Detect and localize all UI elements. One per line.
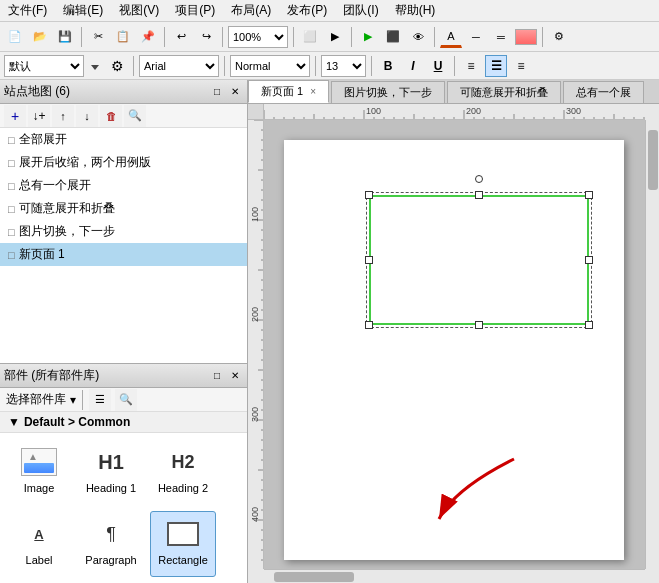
separator-1: [81, 27, 82, 47]
parts-search-button[interactable]: 🔍: [115, 389, 137, 411]
line-style-button[interactable]: ─: [465, 26, 487, 48]
menu-team[interactable]: 团队(I): [339, 0, 382, 21]
parts-panel: 部件 (所有部件库) □ ✕ 选择部件库 ▾ ☰ 🔍 ▼ Default > C…: [0, 363, 247, 583]
menu-edit[interactable]: 编辑(E): [59, 0, 107, 21]
duplicate-button[interactable]: 🗑: [100, 105, 122, 127]
close-parts-icon[interactable]: ✕: [227, 368, 243, 384]
move-down-button[interactable]: ↓: [76, 105, 98, 127]
preview-button[interactable]: 👁: [407, 26, 429, 48]
interact-button[interactable]: ▶: [324, 26, 346, 48]
move-up-button[interactable]: ↑: [52, 105, 74, 127]
part-label-h2: Heading 2: [158, 482, 208, 494]
border-color-button[interactable]: A: [440, 26, 462, 48]
menu-file[interactable]: 文件(F): [4, 0, 51, 21]
more-button[interactable]: ⚙: [548, 26, 570, 48]
vscroll-thumb[interactable]: [648, 130, 658, 190]
maximize-icon[interactable]: □: [209, 84, 225, 100]
paste-button[interactable]: 📌: [137, 26, 159, 48]
handle-top-center[interactable]: [475, 191, 483, 199]
handle-middle-right[interactable]: [585, 256, 593, 264]
ruler-horizontal: [264, 104, 645, 120]
widget-container[interactable]: [369, 195, 589, 325]
handle-bottom-right[interactable]: [585, 321, 593, 329]
save-button[interactable]: 💾: [54, 26, 76, 48]
copy-button[interactable]: 📋: [112, 26, 134, 48]
para-part-icon: ¶: [91, 516, 131, 552]
page-icon-0: □: [8, 134, 15, 146]
tree-item-5[interactable]: □ 新页面 1: [0, 243, 247, 266]
tree-item-1[interactable]: □ 展开后收缩，两个用例版: [0, 151, 247, 174]
sitemap-panel-icons: □ ✕: [209, 84, 243, 100]
align-left-button[interactable]: ≡: [460, 55, 482, 77]
part-item-image[interactable]: Image: [6, 439, 72, 505]
style-dropdown-btn[interactable]: [87, 55, 103, 77]
menu-project[interactable]: 项目(P): [171, 0, 219, 21]
search-sitemap-button[interactable]: 🔍: [124, 105, 146, 127]
collapse-icon[interactable]: ▼: [8, 415, 20, 429]
add-child-button[interactable]: ↓+: [28, 105, 50, 127]
part-item-paragraph[interactable]: ¶ Paragraph: [78, 511, 144, 577]
select-button[interactable]: ⬜: [299, 26, 321, 48]
font-size-select[interactable]: 13 10 11 12 14 16 18: [321, 55, 366, 77]
library-dropdown-icon[interactable]: ▾: [70, 393, 76, 407]
add-page-button[interactable]: +: [4, 105, 26, 127]
cut-button[interactable]: ✂: [87, 26, 109, 48]
font-select[interactable]: Arial: [139, 55, 219, 77]
bold-button[interactable]: B: [377, 55, 399, 77]
open-button[interactable]: 📂: [29, 26, 51, 48]
close-tab-0[interactable]: ×: [310, 86, 316, 97]
part-item-label[interactable]: A Label: [6, 511, 72, 577]
canvas-scroll-area[interactable]: [264, 120, 645, 569]
handle-top-right[interactable]: [585, 191, 593, 199]
handle-middle-left[interactable]: [365, 256, 373, 264]
handle-bottom-left[interactable]: [365, 321, 373, 329]
maximize-parts-icon[interactable]: □: [209, 368, 225, 384]
style-action-btn[interactable]: ⚙: [106, 55, 128, 77]
tree-item-2[interactable]: □ 总有一个展开: [0, 174, 247, 197]
underline-button[interactable]: U: [427, 55, 449, 77]
fmt-sep-4: [371, 56, 372, 76]
tree-item-3[interactable]: □ 可随意展开和折叠: [0, 197, 247, 220]
tab-accordion[interactable]: 可随意展开和折叠: [447, 81, 561, 103]
separator-3: [222, 27, 223, 47]
part-item-h1[interactable]: H1 Heading 1: [78, 439, 144, 505]
tree-item-4[interactable]: □ 图片切换，下一步: [0, 220, 247, 243]
close-panel-icon[interactable]: ✕: [227, 84, 243, 100]
align-center-button[interactable]: ☰: [485, 55, 507, 77]
paragraph-icon: ¶: [106, 524, 116, 545]
tab-image-switch[interactable]: 图片切换，下一步: [331, 81, 445, 103]
vertical-scrollbar[interactable]: [645, 120, 659, 569]
fill-button[interactable]: [515, 29, 537, 45]
redo-button[interactable]: ↪: [195, 26, 217, 48]
rectangle-icon: [167, 522, 199, 546]
separator-4: [293, 27, 294, 47]
horizontal-scrollbar[interactable]: [264, 569, 645, 583]
menu-publish[interactable]: 发布(P): [283, 0, 331, 21]
tab-new-page-1[interactable]: 新页面 1 ×: [248, 80, 329, 103]
tree-item-0[interactable]: □ 全部展开: [0, 128, 247, 151]
hscroll-thumb[interactable]: [274, 572, 354, 582]
part-item-rectangle[interactable]: Rectangle: [150, 511, 216, 577]
text-style-select[interactable]: Normal: [230, 55, 310, 77]
handle-rotate[interactable]: [475, 175, 483, 183]
parts-menu-button[interactable]: ☰: [89, 389, 111, 411]
main-layout: 站点地图 (6) □ ✕ + ↓+ ↑ ↓ 🗑 🔍 □ 全部展开: [0, 80, 659, 583]
align-right-button[interactable]: ≡: [510, 55, 532, 77]
menu-layout[interactable]: 布局(A): [227, 0, 275, 21]
play-button[interactable]: ▶: [357, 26, 379, 48]
stop-button[interactable]: ⬛: [382, 26, 404, 48]
undo-button[interactable]: ↩: [170, 26, 192, 48]
menu-help[interactable]: 帮助(H): [391, 0, 440, 21]
menu-view[interactable]: 视图(V): [115, 0, 163, 21]
zoom-select[interactable]: 100% 75% 50% 125% 150%: [228, 26, 288, 48]
italic-button[interactable]: I: [402, 55, 424, 77]
style-select[interactable]: 默认: [4, 55, 84, 77]
tab-always-open[interactable]: 总有一个展: [563, 81, 644, 103]
line-weight-button[interactable]: ═: [490, 26, 512, 48]
select-library-label: 选择部件库: [6, 391, 66, 408]
fmt-sep-2: [224, 56, 225, 76]
new-button[interactable]: 📄: [4, 26, 26, 48]
part-item-h2[interactable]: H2 Heading 2: [150, 439, 216, 505]
handle-top-left[interactable]: [365, 191, 373, 199]
handle-bottom-center[interactable]: [475, 321, 483, 329]
